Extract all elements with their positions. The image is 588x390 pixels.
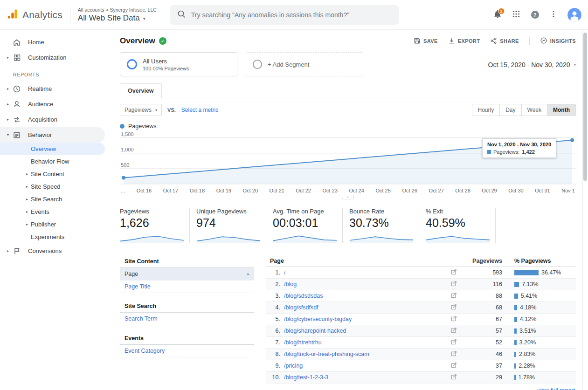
view-full-report-link[interactable]: view full report: [537, 387, 575, 390]
date-range-selector[interactable]: Oct 15, 2020 - Nov 30, 2020 ▾: [488, 53, 576, 76]
granularity-hourly[interactable]: Hourly: [472, 104, 500, 116]
pageviews-chart[interactable]: 5001,0001,500 Nov 1, 2020 - Nov 30, 2020…: [120, 131, 576, 199]
open-page-icon[interactable]: [451, 304, 457, 311]
reports-section-label: REPORTS: [0, 65, 111, 81]
realtime-clock-icon: [12, 84, 21, 94]
apps-grid-button[interactable]: [508, 7, 525, 23]
page-link[interactable]: /: [284, 269, 285, 276]
x-axis-tick: Oct 18: [190, 188, 205, 194]
save-button[interactable]: SAVE: [414, 37, 438, 45]
granularity-month[interactable]: Month: [547, 104, 575, 116]
page-link[interactable]: /blog/sdsdsdas: [284, 293, 323, 299]
sidebar-item-site-speed[interactable]: ▸ Site Speed: [0, 180, 105, 193]
axis-expand-handle[interactable]: ▾: [342, 195, 354, 199]
help-button[interactable]: ?: [526, 7, 543, 23]
segment-all-users[interactable]: All Users 100.00% Pageviews: [120, 52, 237, 76]
x-axis-tick: Oct 19: [216, 188, 231, 194]
open-page-icon[interactable]: [451, 292, 457, 300]
row-pageviews: 593: [465, 269, 502, 276]
page-link[interactable]: /pricing: [284, 363, 303, 369]
page-link[interactable]: /blog/sfsdfsdf: [284, 304, 318, 311]
share-button[interactable]: SHARE: [490, 37, 519, 45]
open-page-icon[interactable]: [451, 315, 457, 323]
open-page-icon[interactable]: [451, 350, 457, 358]
product-name: Analytics: [22, 9, 62, 21]
pct-label: 2.28%: [519, 363, 535, 369]
sidebar-item-realtime[interactable]: ▸ Realtime: [0, 81, 105, 96]
dimension-page[interactable]: Page ▸: [120, 268, 254, 281]
open-page-icon[interactable]: [451, 327, 457, 335]
open-page-icon[interactable]: [451, 374, 457, 381]
granularity-day[interactable]: Day: [499, 104, 521, 116]
dimensions-panel: Site Content Page ▸ Page Title Site Sear…: [120, 255, 254, 390]
sidebar-item-experiments[interactable]: Experiments: [0, 231, 105, 243]
sidebar-item-customization[interactable]: ▸ Customization: [0, 50, 105, 65]
notifications-button[interactable]: 1: [489, 7, 506, 23]
header-actions: 1 ?: [489, 7, 581, 23]
metric-card[interactable]: Bounce Rate 30.73%: [349, 208, 419, 243]
metric-card[interactable]: Avg. Time on Page 00:03:01: [273, 208, 343, 243]
pct-label: 4.12%: [520, 316, 536, 322]
open-page-icon[interactable]: [451, 269, 457, 276]
save-icon: [414, 37, 421, 45]
more-options-button[interactable]: [545, 7, 562, 23]
granularity-week[interactable]: Week: [521, 104, 547, 116]
metric-card[interactable]: Pageviews 1,626: [120, 208, 190, 243]
page-link[interactable]: /blog: [284, 281, 297, 287]
column-header-pct-pageviews[interactable]: % Pageviews: [502, 258, 572, 264]
account-property-selector[interactable]: All accounts > Synergy Infosec, LLC All …: [78, 7, 157, 23]
acquisition-arrows-icon: [12, 115, 21, 124]
metric-value: 00:03:01: [273, 216, 337, 230]
tab-overview[interactable]: Overview: [120, 83, 162, 98]
expand-chevron-icon: ▸: [23, 222, 31, 226]
metric-card[interactable]: Unique Pageviews 974: [196, 208, 266, 243]
sidebar-item-acquisition[interactable]: ▸ Acquisition: [0, 112, 105, 127]
dimension-page-title[interactable]: Page Title: [120, 281, 254, 293]
dimension-event-category[interactable]: Event Category: [120, 345, 254, 357]
sidebar-item-behavior-flow[interactable]: Behavior Flow: [0, 155, 105, 168]
x-axis-tick: Oct 22: [296, 188, 311, 194]
page-link[interactable]: /blog/test-1-2-3-3: [284, 374, 328, 381]
sidebar-item-publisher[interactable]: ▸ Publisher: [0, 218, 105, 231]
metric-card[interactable]: % Exit 40.59%: [426, 208, 496, 243]
x-axis-tick: Oct 28: [455, 188, 470, 194]
search-bar[interactable]: [170, 5, 399, 25]
site-search-header: Site Search: [120, 300, 254, 313]
add-segment-button[interactable]: + Add Segment: [246, 52, 363, 76]
page-link[interactable]: /blog/cybersecurity-bigday: [284, 316, 352, 322]
metric-value: 974: [196, 216, 260, 230]
export-button[interactable]: EXPORT: [448, 37, 480, 45]
open-page-icon[interactable]: [451, 281, 457, 288]
sidebar-item-audience[interactable]: ▸ Audience: [0, 96, 105, 112]
column-header-page[interactable]: Page: [270, 258, 443, 264]
analytics-logo[interactable]: Analytics: [5, 8, 62, 21]
sidebar-item-home[interactable]: Home: [0, 34, 105, 50]
select-a-metric-link[interactable]: Select a metric: [181, 107, 218, 113]
sidebar-item-behavior[interactable]: ▾ Behavior: [0, 127, 105, 143]
row-pageviews: 88: [465, 293, 502, 299]
table-header: Page Pageviews % Pageviews: [266, 255, 576, 267]
scrollbar-thumb[interactable]: [583, 33, 587, 181]
sidebar-item-site-content[interactable]: ▸ Site Content: [0, 168, 105, 180]
search-input[interactable]: [191, 11, 392, 19]
dimension-search-term[interactable]: Search Term: [120, 313, 254, 325]
insights-icon: [540, 37, 547, 45]
x-axis-tick: Oct 27: [429, 188, 443, 194]
segment-ring-icon: [253, 60, 262, 69]
page-link[interactable]: /blog/sharepoint-hacked: [284, 328, 346, 334]
page-link[interactable]: /blog/trick-or-treat-phishing-scam: [284, 351, 369, 357]
user-avatar[interactable]: [567, 8, 581, 22]
column-header-pageviews[interactable]: Pageviews: [465, 258, 502, 264]
insights-button[interactable]: INSIGHTS: [540, 37, 576, 45]
pct-bar: [514, 352, 516, 357]
page-link[interactable]: /blog/htrehtrhu: [284, 339, 322, 346]
page-title: Overview: [120, 36, 155, 46]
open-page-icon[interactable]: [451, 362, 457, 369]
sidebar-item-site-search[interactable]: ▸ Site Search: [0, 193, 105, 205]
open-page-icon[interactable]: [451, 339, 457, 346]
metric-select-dropdown[interactable]: Pageviews ▾: [120, 104, 162, 116]
sidebar-item-conversions[interactable]: ▸ Conversions: [0, 243, 105, 259]
sidebar-item-behavior-overview[interactable]: Overview: [0, 143, 105, 155]
table-row: 7. /blog/htrehtrhu 52 3.20%: [266, 337, 576, 349]
sidebar-item-events[interactable]: ▸ Events: [0, 205, 105, 218]
